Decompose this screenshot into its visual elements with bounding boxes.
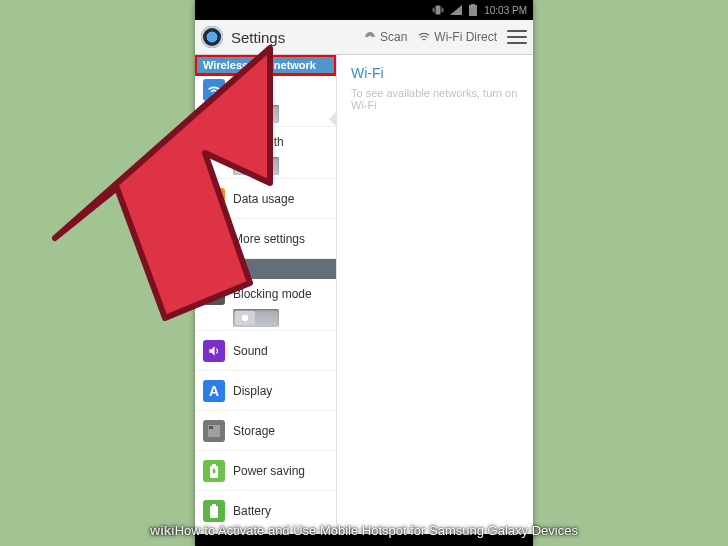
settings-icon <box>201 26 223 48</box>
sidebar-item-power-saving[interactable]: Power saving <box>195 451 336 491</box>
svg-rect-6 <box>210 506 218 518</box>
main-panel-hint: To see available networks, turn on Wi-Fi <box>351 87 519 111</box>
main-panel: Wi-Fi To see available networks, turn on… <box>337 55 533 534</box>
sidebar-item-storage[interactable]: Storage <box>195 411 336 451</box>
battery-icon <box>468 4 478 16</box>
scan-button[interactable]: Scan <box>363 30 407 44</box>
data-usage-icon <box>203 188 225 210</box>
phone-frame: 10:03 PM Settings Scan Wi-Fi Direct Wire… <box>195 0 533 546</box>
content-area: Wireless and network Wi-Fi Bluetooth Dat… <box>195 55 533 534</box>
section-device[interactable]: ice <box>195 259 336 279</box>
wifi-icon <box>203 79 225 101</box>
caption-bar: wikiHow to Activate and Use Mobile Hotsp… <box>0 523 728 538</box>
storage-icon <box>203 420 225 442</box>
power-saving-icon <box>203 460 225 482</box>
svg-rect-0 <box>469 5 477 16</box>
menu-icon[interactable] <box>507 30 527 44</box>
svg-rect-5 <box>212 464 216 466</box>
wifi-direct-button[interactable]: Wi-Fi Direct <box>417 30 497 44</box>
svg-rect-3 <box>209 426 213 429</box>
sidebar-item-more-settings[interactable]: ⋯ More settings <box>195 219 336 259</box>
sidebar-item-wifi[interactable]: Wi-Fi <box>195 75 336 127</box>
main-panel-title: Wi-Fi <box>351 65 519 81</box>
svg-rect-7 <box>212 504 216 506</box>
bluetooth-toggle[interactable] <box>233 157 279 175</box>
more-settings-icon: ⋯ <box>203 228 225 250</box>
sidebar-item-blocking-mode[interactable]: ⊘Blocking mode <box>195 279 336 331</box>
display-icon: A <box>203 380 225 402</box>
section-wireless-network[interactable]: Wireless and network <box>195 55 336 75</box>
vibrate-icon <box>432 4 444 16</box>
signal-icon <box>450 5 462 15</box>
page-title: Settings <box>231 29 355 46</box>
sidebar-item-data-usage[interactable]: Data usage <box>195 179 336 219</box>
sidebar-item-display[interactable]: A Display <box>195 371 336 411</box>
scan-icon <box>363 30 377 44</box>
battery-icon <box>203 500 225 522</box>
sound-icon <box>203 340 225 362</box>
blocking-mode-icon: ⊘ <box>203 283 225 305</box>
wifi-icon <box>417 30 431 44</box>
sidebar-item-bluetooth[interactable]: Bluetooth <box>195 127 336 179</box>
clock: 10:03 PM <box>484 5 527 16</box>
blocking-toggle[interactable] <box>233 309 279 327</box>
svg-rect-1 <box>471 4 475 5</box>
sidebar-item-sound[interactable]: Sound <box>195 331 336 371</box>
title-bar: Settings Scan Wi-Fi Direct <box>195 20 533 55</box>
status-bar: 10:03 PM <box>195 0 533 20</box>
settings-sidebar: Wireless and network Wi-Fi Bluetooth Dat… <box>195 55 337 534</box>
wifi-toggle[interactable] <box>233 105 279 123</box>
pointer-triangle <box>329 111 337 127</box>
bluetooth-icon <box>203 131 225 153</box>
